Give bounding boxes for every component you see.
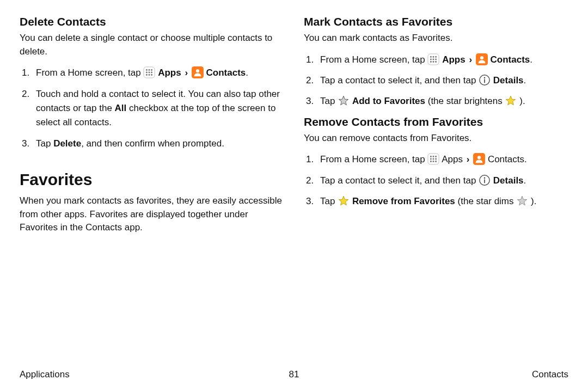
contacts-label: Contacts: [491, 54, 530, 65]
right-column: Mark Contacts as Favorites You can mark …: [304, 15, 568, 242]
content-columns: Delete Contacts You can delete a single …: [20, 15, 568, 242]
remove-step-1: From a Home screen, tap Apps › Contacts.: [304, 152, 568, 167]
desc-delete-contacts: You can delete a single contact or choos…: [20, 32, 284, 58]
info-circle-icon: [479, 174, 491, 186]
apps-grid-icon: [143, 66, 155, 78]
desc-mark-favorites: You can mark contacts as Favorites.: [304, 32, 568, 45]
remove-favorites-label: Remove from Favorites: [352, 196, 455, 206]
chevron-right-icon: ›: [465, 152, 471, 167]
apps-label: Apps: [158, 68, 181, 78]
desc-remove-favorites: You can remove contacts from Favorites.: [304, 132, 568, 145]
details-label: Details: [493, 75, 524, 85]
heading-remove-favorites: Remove Contacts from Favorites: [304, 115, 568, 128]
info-circle-icon: [479, 74, 491, 86]
contacts-label: Contacts: [206, 68, 246, 78]
steps-mark: From a Home screen, tap Apps › Contacts.…: [304, 53, 568, 109]
footer-page-number: 81: [289, 369, 299, 380]
mark-step-3: Tap Add to Favorites (the star brightens…: [304, 94, 568, 108]
mark-step-2: Tap a contact to select it, and then tap…: [304, 74, 568, 88]
apps-grid-icon: [427, 53, 439, 65]
add-favorites-label: Add to Favorites: [352, 96, 425, 106]
delete-step-2: Touch and hold a contact to select it. Y…: [20, 87, 284, 130]
heading-favorites: Favorites: [20, 170, 284, 189]
delete-step-1: From a Home screen, tap Apps › Contacts.: [20, 66, 284, 80]
contacts-label: Contacts: [488, 154, 524, 164]
apps-label: Apps: [442, 54, 465, 65]
star-outline-icon: [338, 95, 350, 107]
apps-label: Apps: [442, 154, 463, 164]
star-dim-icon: [516, 195, 528, 207]
chevron-right-icon: ›: [183, 66, 189, 80]
chevron-right-icon: ›: [468, 53, 473, 67]
contacts-app-icon: [476, 53, 488, 65]
remove-step-3: Tap Remove from Favorites (the star dims…: [304, 194, 568, 209]
page-footer: Applications 81 Contacts: [20, 369, 568, 380]
heading-mark-favorites: Mark Contacts as Favorites: [304, 15, 568, 28]
heading-delete-contacts: Delete Contacts: [20, 15, 284, 28]
star-bright-icon: [505, 95, 517, 107]
left-column: Delete Contacts You can delete a single …: [20, 15, 284, 242]
steps-remove: From a Home screen, tap Apps › Contacts.…: [304, 152, 568, 209]
footer-section-right: Contacts: [532, 369, 568, 380]
apps-grid-icon: [427, 153, 439, 165]
all-checkbox-label: All: [115, 103, 127, 113]
details-label: Details: [493, 175, 524, 186]
contacts-app-icon: [192, 66, 204, 78]
mark-step-1: From a Home screen, tap Apps › Contacts.: [304, 53, 568, 67]
delete-step-3: Tap Delete, and then confirm when prompt…: [20, 137, 284, 151]
contacts-app-icon: [473, 153, 485, 165]
remove-step-2: Tap a contact to select it, and then tap…: [304, 174, 568, 188]
desc-favorites: When you mark contacts as favorites, the…: [20, 194, 284, 235]
delete-label: Delete: [53, 138, 81, 149]
steps-delete: From a Home screen, tap Apps › Contacts.…: [20, 66, 284, 151]
footer-section-left: Applications: [20, 369, 70, 380]
star-bright-icon: [338, 195, 350, 207]
